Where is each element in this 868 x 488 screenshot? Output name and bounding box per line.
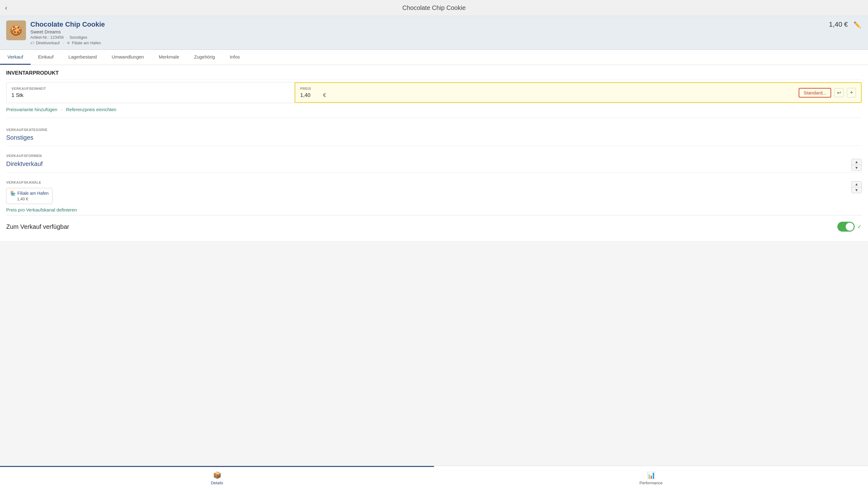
unit-label: VERKAUFSEINHEIT (11, 87, 289, 90)
verkaufskanaele-heading: VERKAUFSKANÄLE (6, 176, 851, 185)
product-tags: 🏷 Direktverkauf · ❄ Filiale am Hafen (30, 40, 105, 45)
edit-button[interactable]: ✏️ (853, 21, 862, 29)
product-meta: Artikel-Nr.: 123456 · Sonstiges (30, 35, 105, 40)
referenzpreis-link[interactable]: Referenzpreis einrichten (66, 107, 116, 112)
product-brand: Sweet Dreams (30, 29, 105, 34)
channel-icon: 🏪 (10, 191, 16, 196)
inventar-heading: INVENTARPRODUKT (6, 65, 862, 80)
price-input[interactable] (300, 92, 322, 98)
tag2-icon: ❄ (67, 41, 70, 45)
verkaufskanaele-section: VERKAUFSKANÄLE 🏪 Filiale am Hafen 1,40 €… (6, 173, 862, 215)
verkaufskategorie-section: VERKAUFSKATEGORIE Sonstiges (6, 120, 862, 146)
toggle-row: Zum Verkauf verfügbar ✓ (6, 215, 862, 235)
price-input-wrap: € (300, 92, 796, 98)
channel-name: Filiale am Hafen (17, 191, 49, 196)
verkaufsformen-section: VERKAUFSFORMEN Direktverkauf ▲ ▼ (6, 146, 862, 173)
top-bar: ‹ Chocolate Chip Cookie (0, 0, 868, 16)
tab-infos[interactable]: Infos (222, 50, 247, 65)
verkaufsformen-value[interactable]: Direktverkauf (6, 159, 43, 171)
channel-price: 1,40 € (10, 196, 49, 201)
toggle-label: Zum Verkauf verfügbar (6, 223, 69, 231)
tag1-label: Direktverkauf (36, 40, 60, 45)
add-price-variant-link[interactable]: Preisvariante hinzufügen (6, 107, 57, 112)
verkaufsformen-heading: VERKAUFSFORMEN (6, 150, 862, 159)
main-content: INVENTARPRODUKT VERKAUFSEINHEIT 1 Stk PR… (0, 65, 868, 241)
tag1-icon: 🏷 (30, 41, 34, 45)
verkaufsformen-spinner: ▲ ▼ (851, 159, 862, 171)
price-cell: PREIS € Standard... ↩ + (295, 82, 862, 103)
tab-zugehoerig[interactable]: Zugehörig (187, 50, 223, 65)
channel-card-header: 🏪 Filiale am Hafen (10, 191, 49, 196)
divider1 (6, 118, 862, 118)
kanaele-spinner-down[interactable]: ▼ (851, 187, 862, 193)
price-label: PREIS (300, 87, 796, 90)
product-header: 🍪 Chocolate Chip Cookie Sweet Dreams Art… (0, 16, 868, 50)
spinner-down[interactable]: ▼ (851, 165, 862, 171)
toggle-switch[interactable] (837, 222, 855, 232)
product-name: Chocolate Chip Cookie (30, 21, 105, 29)
tab-einkauf[interactable]: Einkauf (31, 50, 61, 65)
unit-cell: VERKAUFSEINHEIT 1 Stk (6, 82, 295, 103)
back-button[interactable]: ‹ (5, 4, 7, 12)
product-info: Chocolate Chip Cookie Sweet Dreams Artik… (30, 21, 105, 45)
link-row: Preisvariante hinzufügen · Referenzpreis… (6, 103, 862, 116)
spinner-up[interactable]: ▲ (851, 159, 862, 165)
toggle-wrap: ✓ (837, 222, 862, 232)
checkmark-icon: ✓ (857, 223, 862, 230)
tab-lagerbestand[interactable]: Lagerbestand (61, 50, 104, 65)
kanaele-spinner: ▲ ▼ (851, 181, 862, 193)
product-price: 1,40 € (829, 21, 848, 29)
tab-umwandlungen[interactable]: Umwandlungen (104, 50, 151, 65)
channel-card[interactable]: 🏪 Filiale am Hafen 1,40 € (6, 188, 53, 204)
product-header-left: 🍪 Chocolate Chip Cookie Sweet Dreams Art… (6, 21, 105, 45)
page-title: Chocolate Chip Cookie (402, 4, 466, 11)
price-currency: € (323, 92, 326, 98)
product-image: 🍪 (6, 21, 26, 40)
standard-button[interactable]: Standard... (799, 88, 831, 97)
verkaufskategorie-value[interactable]: Sonstiges (6, 133, 862, 144)
verkaufsformen-field: Direktverkauf ▲ ▼ (6, 159, 862, 171)
unit-value: 1 Stk (11, 92, 24, 98)
tab-verkauf[interactable]: Verkauf (0, 50, 31, 65)
revert-button[interactable]: ↩ (834, 88, 844, 97)
toggle-knob (846, 223, 854, 231)
kanal-price-link[interactable]: Preis pro Verkaufskanal definieren (6, 207, 77, 212)
unit-price-row: VERKAUFSEINHEIT 1 Stk PREIS € Standard..… (6, 82, 862, 103)
kanaele-spinner-up[interactable]: ▲ (851, 181, 862, 187)
tab-merkmale[interactable]: Merkmale (151, 50, 187, 65)
tag2-label: Filiale am Hafen (72, 40, 101, 45)
add-price-button[interactable]: + (847, 88, 856, 97)
verkaufskategorie-heading: VERKAUFSKATEGORIE (6, 124, 862, 133)
product-header-right: 1,40 € ✏️ (829, 21, 862, 29)
kanal-link-row: Preis pro Verkaufskanal definieren (6, 204, 862, 214)
link-separator: · (61, 107, 62, 112)
tabs-bar: Verkauf Einkauf Lagerbestand Umwandlunge… (0, 50, 868, 65)
